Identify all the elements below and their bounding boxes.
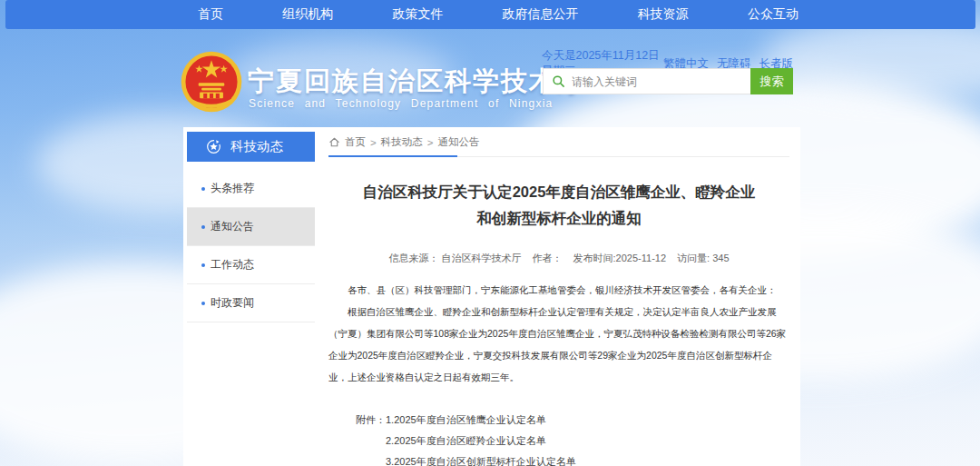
sidebar-item-label: 工作动态: [211, 257, 254, 273]
sidebar-item-headlines[interactable]: 头条推荐: [187, 170, 315, 208]
search-icon: [552, 74, 565, 88]
breadcrumb-tech-news[interactable]: 科技动态: [381, 135, 423, 149]
bullet-dot: [201, 187, 205, 191]
nav-item-gov-info[interactable]: 政府信息公开: [503, 6, 579, 23]
sidebar-item-label: 时政要闻: [211, 295, 254, 311]
meta-source: 信息来源： 自治区科学技术厅: [388, 252, 521, 265]
article-title-line1: 自治区科技厅关于认定2025年度自治区雏鹰企业、瞪羚企业: [328, 179, 789, 205]
sidebar-item-label: 头条推荐: [211, 181, 254, 196]
sidebar-menu: 头条推荐 通知公告 工作动态 时政要闻: [187, 170, 315, 322]
sidebar-item-label: 通知公告: [211, 219, 254, 234]
article-body: 各市、县（区）科技管理部门，宁东能源化工基地管委会，银川经济技术开发区管委会，各…: [328, 279, 789, 388]
article-area: 首页 > 科技动态 > 通知公告 自治区科技厅关于认定2025年度自治区雏鹰企业…: [328, 135, 789, 466]
site-title: 宁夏回族自治区科学技术厅: [248, 64, 585, 100]
meta-visit-count: 访问量: 345: [677, 252, 729, 265]
nav-item-resources[interactable]: 科技资源: [638, 6, 689, 23]
sidebar-item-notices[interactable]: 通知公告: [187, 208, 315, 246]
search-input[interactable]: [572, 75, 750, 88]
search-button[interactable]: 搜索: [750, 68, 793, 94]
nav-item-policy[interactable]: 政策文件: [392, 6, 443, 23]
main-content-panel: 科技动态 头条推荐 通知公告 工作动态 时政要闻: [183, 127, 800, 466]
sidebar: 科技动态 头条推荐 通知公告 工作动态 时政要闻: [187, 132, 315, 322]
attachments-list: 1.2025年度自治区雏鹰企业认定名单 2.2025年度自治区瞪羚企业认定名单 …: [386, 410, 576, 466]
sidebar-item-current-affairs[interactable]: 时政要闻: [187, 284, 315, 322]
search-bar: 搜索: [543, 68, 793, 94]
sidebar-header: 科技动态: [187, 132, 315, 162]
bullet-dot: [201, 263, 205, 267]
attachment-link-1[interactable]: 1.2025年度自治区雏鹰企业认定名单: [386, 410, 576, 431]
home-icon: [328, 136, 340, 148]
article-title-line2: 和创新型标杆企业的通知: [328, 205, 789, 232]
nav-item-home[interactable]: 首页: [198, 6, 223, 23]
search-box[interactable]: [543, 68, 750, 94]
attachments-label: 附件：: [356, 410, 386, 466]
breadcrumb-home[interactable]: 首页: [345, 135, 366, 149]
article-paragraph: 各市、县（区）科技管理部门，宁东能源化工基地管委会，银川经济技术开发区管委会，各…: [328, 279, 789, 301]
top-navigation-bar: 首页 组织机构 政策文件 政府信息公开 科技资源 公众互动: [5, 0, 975, 29]
article-meta: 信息来源： 自治区科学技术厅 作者： 发布时间:2025-11-12 访问量: …: [328, 252, 789, 265]
sidebar-title: 科技动态: [230, 138, 283, 155]
article-paragraph: 根据自治区雏鹰企业、瞪羚企业和创新型标杆企业认定管理有关规定，决定认定半亩良人农…: [328, 301, 789, 388]
breadcrumb-notices[interactable]: 通知公告: [437, 135, 479, 149]
breadcrumb-separator: >: [427, 137, 434, 148]
attachment-link-3[interactable]: 3.2025年度自治区创新型标杆企业认定名单: [386, 451, 576, 466]
attachments-block: 附件： 1.2025年度自治区雏鹰企业认定名单 2.2025年度自治区瞪羚企业认…: [356, 410, 789, 466]
breadcrumb-separator: >: [370, 137, 377, 148]
nav-items: 首页 组织机构 政策文件 政府信息公开 科技资源 公众互动: [198, 6, 799, 23]
star-circle-icon: [206, 139, 221, 154]
nav-item-organization[interactable]: 组织机构: [282, 6, 333, 23]
sidebar-item-work-updates[interactable]: 工作动态: [187, 246, 315, 284]
meta-author: 作者：: [533, 252, 563, 265]
article-title: 自治区科技厅关于认定2025年度自治区雏鹰企业、瞪羚企业 和创新型标杆企业的通知: [328, 179, 789, 232]
site-subtitle: Science and Technology Department of Nin…: [249, 97, 553, 110]
attachment-link-2[interactable]: 2.2025年度自治区瞪羚企业认定名单: [386, 431, 576, 451]
national-emblem-icon: [181, 51, 242, 113]
bullet-dot: [201, 302, 205, 305]
breadcrumb: 首页 > 科技动态 > 通知公告: [328, 135, 789, 157]
bullet-dot: [201, 225, 205, 229]
nav-item-interaction[interactable]: 公众互动: [748, 6, 799, 23]
meta-publish-time: 发布时间:2025-11-12: [573, 252, 667, 265]
national-emblem-logo[interactable]: [181, 51, 242, 113]
